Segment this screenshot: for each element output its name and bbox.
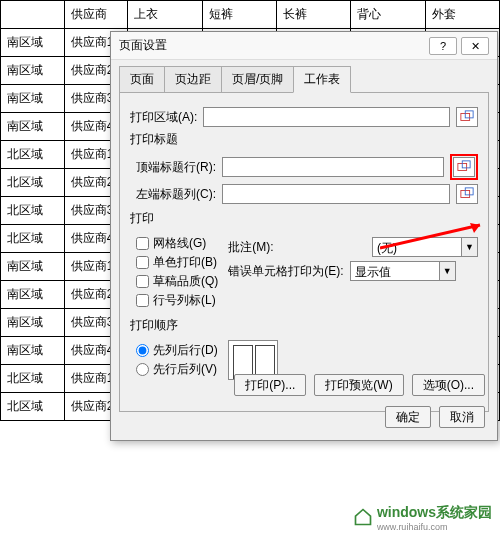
tab-page[interactable]: 页面 — [119, 66, 165, 93]
table-cell[interactable]: 南区域 — [1, 337, 65, 365]
tab-sheet[interactable]: 工作表 — [293, 66, 351, 93]
table-cell[interactable]: 南区域 — [1, 253, 65, 281]
rowcol-label: 行号列标(L) — [153, 292, 216, 309]
close-button[interactable]: ✕ — [461, 37, 489, 55]
errors-dropdown-icon[interactable]: ▼ — [440, 261, 456, 281]
top-rows-picker[interactable] — [453, 157, 475, 177]
help-button[interactable]: ? — [429, 37, 457, 55]
errors-combo[interactable]: 显示值 — [350, 261, 440, 281]
hdr-5[interactable]: 背心 — [351, 1, 425, 29]
house-icon — [353, 507, 373, 530]
hdr-1[interactable]: 供应商 — [64, 1, 128, 29]
header-row: 供应商 上衣 短裤 长裤 背心 外套 — [1, 1, 500, 29]
order-label: 打印顺序 — [130, 317, 478, 334]
comments-combo[interactable]: (无) — [372, 237, 462, 257]
tab-header-footer[interactable]: 页眉/页脚 — [221, 66, 294, 93]
table-cell[interactable]: 南区域 — [1, 57, 65, 85]
bw-label: 单色打印(B) — [153, 254, 217, 271]
top-rows-input[interactable] — [222, 157, 444, 177]
preview-button[interactable]: 打印预览(W) — [314, 374, 403, 396]
table-cell[interactable]: 南区域 — [1, 309, 65, 337]
cancel-button[interactable]: 取消 — [439, 406, 485, 428]
table-cell[interactable]: 北区域 — [1, 141, 65, 169]
bw-checkbox[interactable] — [136, 256, 149, 269]
print-titles-label: 打印标题 — [130, 131, 478, 148]
table-cell[interactable]: 北区域 — [1, 225, 65, 253]
left-cols-label: 左端标题列(C): — [136, 186, 216, 203]
left-cols-input[interactable] — [222, 184, 450, 204]
order-down-label: 先列后行(D) — [153, 342, 218, 359]
hdr-2[interactable]: 上衣 — [128, 1, 202, 29]
hdr-6[interactable]: 外套 — [425, 1, 499, 29]
hdr-0[interactable] — [1, 1, 65, 29]
table-cell[interactable]: 南区域 — [1, 281, 65, 309]
ok-button[interactable]: 确定 — [385, 406, 431, 428]
table-cell[interactable]: 南区域 — [1, 113, 65, 141]
gridlines-checkbox[interactable] — [136, 237, 149, 250]
errors-label: 错误单元格打印为(E): — [228, 263, 343, 280]
print-area-picker[interactable] — [456, 107, 478, 127]
options-button[interactable]: 选项(O)... — [412, 374, 485, 396]
page-setup-dialog: 页面设置 ? ✕ 页面 页边距 页眉/页脚 工作表 打印区域(A): 打印标题 … — [110, 31, 498, 441]
table-cell[interactable]: 南区域 — [1, 85, 65, 113]
print-section-label: 打印 — [130, 210, 478, 227]
order-over-label: 先行后列(V) — [153, 361, 217, 378]
hdr-3[interactable]: 短裤 — [202, 1, 276, 29]
print-area-input[interactable] — [203, 107, 450, 127]
left-cols-picker[interactable] — [456, 184, 478, 204]
print-button[interactable]: 打印(P)... — [234, 374, 306, 396]
order-down-radio[interactable] — [136, 344, 149, 357]
titlebar: 页面设置 ? ✕ — [111, 32, 497, 60]
comments-dropdown-icon[interactable]: ▼ — [462, 237, 478, 257]
order-over-radio[interactable] — [136, 363, 149, 376]
hdr-4[interactable]: 长裤 — [277, 1, 351, 29]
table-cell[interactable]: 北区域 — [1, 393, 65, 421]
table-cell[interactable]: 北区域 — [1, 365, 65, 393]
print-area-label: 打印区域(A): — [130, 109, 197, 126]
tab-strip: 页面 页边距 页眉/页脚 工作表 — [111, 60, 497, 93]
dialog-title: 页面设置 — [119, 37, 425, 54]
watermark-main: windows系统家园 — [377, 504, 492, 520]
top-rows-label: 顶端标题行(R): — [136, 159, 216, 176]
watermark: windows系统家园 www.ruihaifu.com — [353, 504, 492, 532]
table-cell[interactable]: 北区域 — [1, 169, 65, 197]
draft-label: 草稿品质(Q) — [153, 273, 218, 290]
watermark-sub: www.ruihaifu.com — [377, 522, 492, 532]
tab-body: 打印区域(A): 打印标题 顶端标题行(R): 左端标题列(C): 打印 网格线… — [119, 92, 489, 412]
tab-margins[interactable]: 页边距 — [164, 66, 222, 93]
table-cell[interactable]: 南区域 — [1, 29, 65, 57]
table-cell[interactable]: 北区域 — [1, 197, 65, 225]
draft-checkbox[interactable] — [136, 275, 149, 288]
comments-label: 批注(M): — [228, 239, 273, 256]
rowcol-checkbox[interactable] — [136, 294, 149, 307]
gridlines-label: 网格线(G) — [153, 235, 206, 252]
